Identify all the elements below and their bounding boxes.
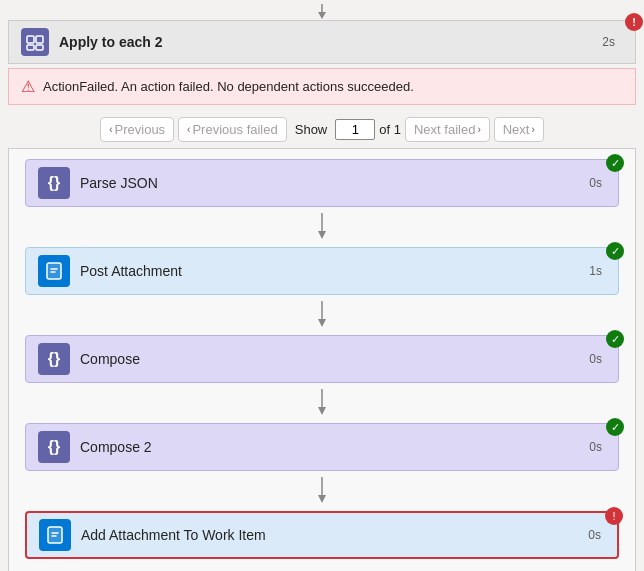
error-banner-text: ActionFailed. An action failed. No depen… bbox=[43, 79, 414, 94]
svg-rect-8 bbox=[47, 263, 61, 279]
next-label: Next bbox=[503, 122, 530, 137]
apply-header-time: 2s bbox=[602, 35, 615, 49]
add-attachment-time: 0s bbox=[588, 528, 601, 542]
chevron-right-failed-icon: › bbox=[477, 124, 480, 135]
parse-json-status-check: ✓ bbox=[606, 154, 624, 172]
next-failed-button[interactable]: Next failed › bbox=[405, 117, 490, 142]
add-attachment-label: Add Attachment To Work Item bbox=[81, 527, 588, 543]
svg-marker-13 bbox=[318, 407, 326, 415]
connector-1 bbox=[25, 207, 619, 247]
svg-rect-5 bbox=[36, 45, 43, 50]
warning-icon: ⚠ bbox=[21, 77, 35, 96]
post-attachment-icon bbox=[38, 255, 70, 287]
post-attachment-label: Post Attachment bbox=[80, 263, 589, 279]
add-attachment-icon bbox=[39, 519, 71, 551]
of-label: of 1 bbox=[379, 122, 401, 137]
compose-status-check: ✓ bbox=[606, 330, 624, 348]
post-attachment-status-check: ✓ bbox=[606, 242, 624, 260]
previous-label: Previous bbox=[115, 122, 166, 137]
connector-2 bbox=[25, 295, 619, 335]
compose-label: Compose bbox=[80, 351, 589, 367]
page-input[interactable] bbox=[335, 119, 375, 140]
pagination-bar: ‹ Previous ‹ Previous failed Show of 1 N… bbox=[0, 109, 644, 148]
parse-json-icon: {} bbox=[38, 167, 70, 199]
error-banner: ⚠ ActionFailed. An action failed. No dep… bbox=[8, 68, 636, 105]
compose-2-icon: {} bbox=[38, 431, 70, 463]
compose-time: 0s bbox=[589, 352, 602, 366]
svg-marker-7 bbox=[318, 231, 326, 239]
chevron-right-icon: › bbox=[531, 124, 534, 135]
svg-rect-2 bbox=[27, 36, 34, 43]
compose-2-time: 0s bbox=[589, 440, 602, 454]
action-add-attachment[interactable]: Add Attachment To Work Item 0s ! bbox=[25, 511, 619, 559]
previous-failed-button[interactable]: ‹ Previous failed bbox=[178, 117, 287, 142]
next-button[interactable]: Next › bbox=[494, 117, 544, 142]
action-parse-json[interactable]: {} Parse JSON 0s ✓ bbox=[25, 159, 619, 207]
apply-header-title: Apply to each 2 bbox=[59, 34, 602, 50]
svg-marker-15 bbox=[318, 495, 326, 503]
next-failed-label: Next failed bbox=[414, 122, 475, 137]
previous-button[interactable]: ‹ Previous bbox=[100, 117, 174, 142]
action-post-attachment[interactable]: Post Attachment 1s ✓ bbox=[25, 247, 619, 295]
chevron-left-icon: ‹ bbox=[109, 124, 112, 135]
svg-rect-4 bbox=[27, 45, 34, 50]
chevron-left-failed-icon: ‹ bbox=[187, 124, 190, 135]
header-error-badge: ! bbox=[625, 13, 643, 31]
action-compose[interactable]: {} Compose 0s ✓ bbox=[25, 335, 619, 383]
compose-icon: {} bbox=[38, 343, 70, 375]
parse-json-time: 0s bbox=[589, 176, 602, 190]
add-attachment-status-error: ! bbox=[605, 507, 623, 525]
previous-failed-label: Previous failed bbox=[192, 122, 277, 137]
apply-header-icon bbox=[21, 28, 49, 56]
compose-2-status-check: ✓ bbox=[606, 418, 624, 436]
connector-4 bbox=[25, 471, 619, 511]
action-compose-2[interactable]: {} Compose 2 0s ✓ bbox=[25, 423, 619, 471]
compose-2-label: Compose 2 bbox=[80, 439, 589, 455]
apply-header[interactable]: Apply to each 2 2s ! bbox=[8, 20, 636, 64]
top-connector-arrow bbox=[0, 0, 644, 20]
outer-container: Apply to each 2 2s ! ⚠ ActionFailed. An … bbox=[0, 0, 644, 571]
connector-3 bbox=[25, 383, 619, 423]
content-area: {} Parse JSON 0s ✓ Post Attachment 1s bbox=[8, 148, 636, 571]
svg-rect-16 bbox=[48, 527, 62, 543]
svg-marker-11 bbox=[318, 319, 326, 327]
post-attachment-time: 1s bbox=[589, 264, 602, 278]
show-label: Show bbox=[295, 122, 328, 137]
svg-rect-3 bbox=[36, 36, 43, 43]
parse-json-label: Parse JSON bbox=[80, 175, 589, 191]
svg-marker-1 bbox=[318, 12, 326, 19]
